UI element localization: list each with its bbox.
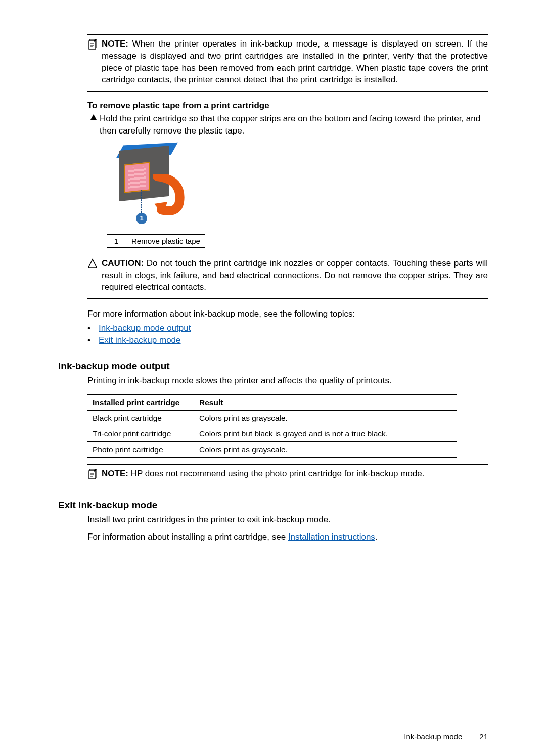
legend-num: 1 (107, 234, 126, 247)
note-body: NOTE: When the printer operates in ink-b… (102, 38, 488, 86)
section-exit-para1: Install two print cartridges in the prin… (87, 514, 488, 526)
table-row: Photo print cartridge Colors print as gr… (87, 441, 457, 458)
footer-page: 21 (479, 732, 488, 741)
remove-tape-heading: To remove plastic tape from a print cart… (87, 101, 488, 111)
note-text: HP does not recommend using the photo pr… (131, 469, 425, 478)
page-footer: Ink-backup mode 21 (0, 732, 546, 741)
figure-legend: 1 Remove plastic tape (107, 234, 205, 248)
figure-callout-1: 1 (136, 213, 147, 224)
th-result: Result (194, 394, 457, 411)
caution-icon (87, 258, 99, 269)
link-install-instructions[interactable]: Installation instructions (288, 532, 375, 542)
output-table: Installed print cartridge Result Black p… (87, 394, 457, 458)
legend-text: Remove plastic tape (126, 234, 205, 247)
section-exit-heading: Exit ink-backup mode (58, 500, 488, 511)
note-callout: NOTE: HP does not recommend using the ph… (87, 464, 488, 485)
note-text: When the printer operates in ink-backup … (102, 39, 488, 84)
link-exit[interactable]: Exit ink-backup mode (99, 335, 181, 345)
section-output-para: Printing in ink-backup mode slows the pr… (87, 375, 488, 387)
footer-section: Ink-backup mode (404, 732, 462, 741)
th-cart: Installed print cartridge (87, 394, 194, 411)
table-row: Tri-color print cartridge Colors print b… (87, 426, 457, 441)
cartridge-figure: 1 (107, 144, 488, 230)
svg-marker-6 (88, 259, 97, 268)
caution-label: CAUTION: (102, 258, 144, 268)
table-row: Black print cartridge Colors print as gr… (87, 410, 457, 426)
note-body: NOTE: HP does not recommend using the ph… (102, 468, 424, 480)
note-callout: NOTE: When the printer operates in ink-b… (87, 34, 488, 92)
triangle-icon (87, 113, 100, 121)
list-item: Exit ink-backup mode (87, 334, 488, 346)
note-label: NOTE: (102, 39, 128, 49)
caution-body: CAUTION: Do not touch the print cartridg… (102, 257, 488, 293)
section-output-heading: Ink-backup mode output (58, 361, 488, 372)
step-item: Hold the print cartridge so that the cop… (87, 113, 488, 137)
list-item: Ink-backup mode output (87, 322, 488, 334)
note-label: NOTE: (102, 469, 128, 478)
topic-links: Ink-backup mode output Exit ink-backup m… (87, 322, 488, 346)
caution-callout: CAUTION: Do not touch the print cartridg… (87, 254, 488, 299)
link-output[interactable]: Ink-backup mode output (99, 323, 191, 333)
note-icon (87, 39, 99, 50)
note-icon (87, 469, 99, 480)
svg-marker-4 (90, 114, 97, 120)
step-text: Hold the print cartridge so that the cop… (100, 113, 488, 137)
caution-text: Do not touch the print cartridge ink noz… (102, 258, 488, 292)
more-info-para: For more information about ink-backup mo… (87, 308, 488, 320)
section-exit-para2: For information about installing a print… (87, 531, 488, 543)
